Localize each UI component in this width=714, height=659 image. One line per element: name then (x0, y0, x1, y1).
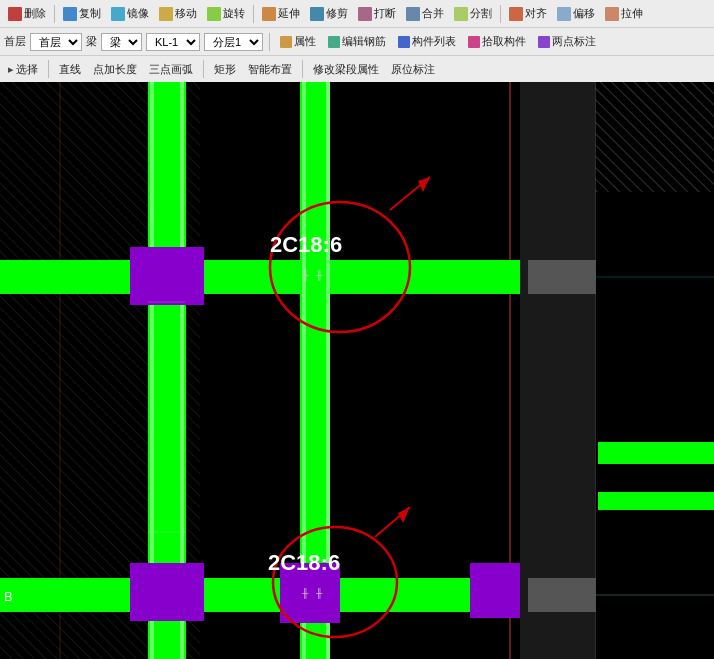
layer-label: 首层 (4, 34, 26, 49)
toolbar1: 删除 复制 镜像 移动 旋转 延伸 修剪 打断 (0, 0, 714, 28)
select-arrow-icon: ▸ (8, 63, 14, 76)
line-button[interactable]: 直线 (55, 61, 85, 78)
svg-rect-24 (520, 82, 595, 659)
move-icon (159, 7, 173, 21)
trim-icon (310, 7, 324, 21)
point-b-label: B (4, 589, 13, 604)
extend-icon (262, 7, 276, 21)
offset-icon (557, 7, 571, 21)
svg-rect-21 (130, 563, 204, 621)
properties-button[interactable]: 属性 (276, 33, 320, 50)
svg-rect-13 (598, 492, 714, 510)
rect-button[interactable]: 矩形 (210, 61, 240, 78)
svg-rect-25 (528, 260, 596, 294)
copy-button[interactable]: 复制 (59, 5, 105, 22)
break-icon (358, 7, 372, 21)
svg-text:╫: ╫ (301, 269, 309, 281)
svg-rect-2 (590, 82, 714, 192)
svg-rect-12 (598, 442, 714, 464)
svg-rect-26 (528, 578, 596, 612)
svg-rect-20 (130, 247, 204, 305)
separator (203, 60, 204, 78)
move-button[interactable]: 移动 (155, 5, 201, 22)
split-icon (454, 7, 468, 21)
pick-component-icon (468, 36, 480, 48)
separator (54, 5, 55, 23)
properties-icon (280, 36, 292, 48)
separator (500, 5, 501, 23)
align-icon (509, 7, 523, 21)
pick-component-button[interactable]: 拾取构件 (464, 33, 530, 50)
stretch-icon (605, 7, 619, 21)
toolbar-area: 删除 复制 镜像 移动 旋转 延伸 修剪 打断 (0, 0, 714, 83)
merge-icon (406, 7, 420, 21)
edit-rebar-icon (328, 36, 340, 48)
select-button[interactable]: ▸ 选择 (4, 61, 42, 78)
annotation-text-1: 2C18:6 (270, 232, 342, 257)
element-type-label: 梁 (86, 34, 97, 49)
stretch-button[interactable]: 拉伸 (601, 5, 647, 22)
rotate-icon (207, 7, 221, 21)
canvas-area[interactable]: ╫ ╫ ╫ ╫ 2C18:6 2C18:6 B (0, 82, 714, 659)
svg-text:╫: ╫ (315, 587, 323, 599)
point-length-button[interactable]: 点加长度 (89, 61, 141, 78)
modify-seg-button[interactable]: 修改梁段属性 (309, 61, 383, 78)
separator (269, 33, 270, 51)
merge-button[interactable]: 合并 (402, 5, 448, 22)
toolbar2: 首层 首层 梁 梁 KL-1 分层1 属性 编辑钢筋 构件列表 拾取构件 (0, 28, 714, 56)
in-situ-label-button[interactable]: 原位标注 (387, 61, 439, 78)
mirror-icon (111, 7, 125, 21)
level-select[interactable]: 分层1 (204, 33, 263, 51)
component-list-icon (398, 36, 410, 48)
edit-rebar-button[interactable]: 编辑钢筋 (324, 33, 390, 50)
separator (48, 60, 49, 78)
component-list-button[interactable]: 构件列表 (394, 33, 460, 50)
smart-layout-button[interactable]: 智能布置 (244, 61, 296, 78)
extend-button[interactable]: 延伸 (258, 5, 304, 22)
element-select[interactable]: 梁 (101, 33, 142, 51)
annotation-text-2: 2C18:6 (268, 550, 340, 575)
layer-select[interactable]: 首层 (30, 33, 82, 51)
two-point-dim-icon (538, 36, 550, 48)
cad-drawing: ╫ ╫ ╫ ╫ 2C18:6 2C18:6 B (0, 82, 714, 659)
arc-button[interactable]: 三点画弧 (145, 61, 197, 78)
svg-rect-10 (0, 260, 596, 294)
split-button[interactable]: 分割 (450, 5, 496, 22)
rotate-button[interactable]: 旋转 (203, 5, 249, 22)
break-button[interactable]: 打断 (354, 5, 400, 22)
delete-button[interactable]: 删除 (4, 5, 50, 22)
copy-icon (63, 7, 77, 21)
trim-button[interactable]: 修剪 (306, 5, 352, 22)
svg-rect-23 (470, 563, 525, 618)
toolbar3: ▸ 选择 直线 点加长度 三点画弧 矩形 智能布置 修改梁段属性 原位标注 (0, 56, 714, 82)
svg-text:╫: ╫ (301, 587, 309, 599)
delete-icon (8, 7, 22, 21)
mirror-button[interactable]: 镜像 (107, 5, 153, 22)
element-id-select[interactable]: KL-1 (146, 33, 200, 51)
two-point-dim-button[interactable]: 两点标注 (534, 33, 600, 50)
offset-button[interactable]: 偏移 (553, 5, 599, 22)
svg-text:╫: ╫ (315, 269, 323, 281)
separator (302, 60, 303, 78)
align-button[interactable]: 对齐 (505, 5, 551, 22)
separator (253, 5, 254, 23)
